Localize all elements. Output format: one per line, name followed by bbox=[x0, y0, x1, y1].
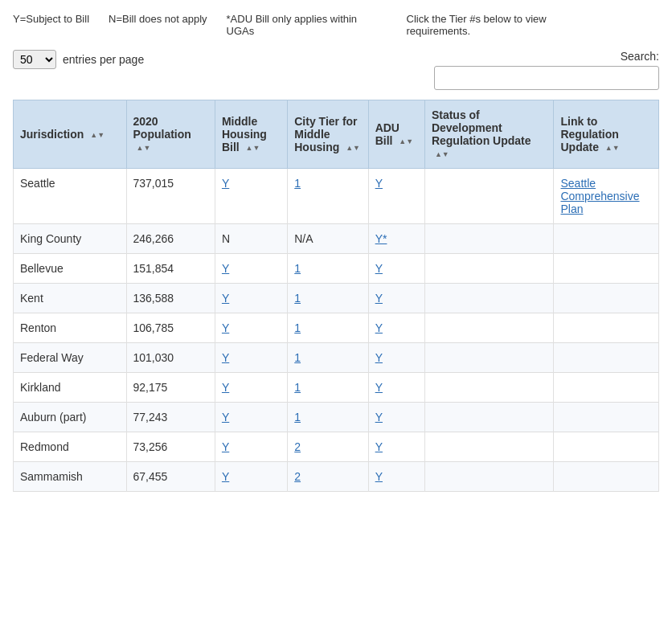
col-header-adu[interactable]: ADU Bill ▲▼ bbox=[368, 100, 424, 169]
link-city-tier[interactable]: 1 bbox=[294, 321, 301, 334]
link-city-tier[interactable]: 1 bbox=[294, 177, 301, 190]
cell-status bbox=[424, 462, 554, 492]
cell-population: 136,588 bbox=[126, 284, 215, 313]
link-adu-bill[interactable]: Y bbox=[375, 411, 383, 424]
link-middle-housing[interactable]: Y bbox=[222, 292, 229, 305]
cell-link bbox=[554, 343, 659, 373]
table-row: Redmond73,256Y2Y bbox=[14, 432, 659, 462]
cell-adu-bill: Y bbox=[368, 462, 424, 492]
cell-population: 67,455 bbox=[126, 462, 215, 492]
cell-city-tier: 1 bbox=[288, 343, 368, 373]
link-adu-bill[interactable]: Y bbox=[375, 440, 383, 453]
cell-middle-housing: Y bbox=[215, 284, 287, 313]
cell-jurisdiction: Redmond bbox=[14, 432, 127, 462]
sort-arrows-status: ▲▼ bbox=[435, 151, 449, 158]
cell-population: 101,030 bbox=[126, 343, 215, 373]
link-middle-housing[interactable]: Y bbox=[222, 351, 229, 364]
col-header-jurisdiction[interactable]: Jurisdiction ▲▼ bbox=[14, 100, 127, 169]
cell-status bbox=[424, 432, 554, 462]
link-middle-housing[interactable]: Y bbox=[222, 381, 229, 394]
search-label: Search: bbox=[621, 50, 659, 63]
table-row: Auburn (part)77,243Y1Y bbox=[14, 403, 659, 432]
link-adu-bill[interactable]: Y bbox=[375, 177, 383, 190]
link-adu-bill[interactable]: Y bbox=[375, 470, 383, 483]
cell-link bbox=[554, 373, 659, 403]
table-header: Jurisdiction ▲▼ 2020 Population ▲▼ Middl… bbox=[14, 100, 659, 169]
cell-jurisdiction: Federal Way bbox=[14, 343, 127, 373]
cell-adu-bill: Y bbox=[368, 169, 424, 224]
cell-link bbox=[554, 224, 659, 254]
link-adu-bill[interactable]: Y bbox=[375, 321, 383, 334]
cell-population: 737,015 bbox=[126, 169, 215, 224]
link-city-tier[interactable]: 1 bbox=[294, 411, 301, 424]
cell-city-tier: 1 bbox=[288, 254, 368, 284]
cell-status bbox=[424, 403, 554, 432]
cell-population: 92,175 bbox=[126, 373, 215, 403]
search-input[interactable] bbox=[434, 66, 659, 90]
link-city-tier[interactable]: 1 bbox=[294, 262, 301, 275]
col-header-link[interactable]: Link to Regulation Update ▲▼ bbox=[554, 100, 659, 169]
cell-jurisdiction: Kent bbox=[14, 284, 127, 313]
cell-city-tier: N/A bbox=[288, 224, 368, 254]
link-adu-bill[interactable]: Y bbox=[375, 351, 383, 364]
sort-arrows-population: ▲▼ bbox=[137, 145, 151, 152]
cell-middle-housing: Y bbox=[215, 169, 287, 224]
link-middle-housing[interactable]: Y bbox=[222, 411, 229, 424]
link-city-tier[interactable]: 1 bbox=[294, 292, 301, 305]
cell-status bbox=[424, 254, 554, 284]
controls-row: 102550100 entries per page Search: bbox=[13, 50, 659, 90]
link-adu-bill[interactable]: Y* bbox=[375, 232, 387, 245]
legend-y-subject: Y=Subject to Bill bbox=[13, 13, 89, 37]
cell-city-tier: 1 bbox=[288, 373, 368, 403]
link-city-tier[interactable]: 2 bbox=[294, 440, 301, 453]
cell-status bbox=[424, 313, 554, 343]
cell-status bbox=[424, 224, 554, 254]
link-middle-housing[interactable]: Y bbox=[222, 262, 229, 275]
cell-middle-housing: Y bbox=[215, 343, 287, 373]
cell-city-tier: 2 bbox=[288, 432, 368, 462]
data-table: Jurisdiction ▲▼ 2020 Population ▲▼ Middl… bbox=[13, 100, 659, 492]
cell-adu-bill: Y bbox=[368, 343, 424, 373]
cell-city-tier: 1 bbox=[288, 169, 368, 224]
link-adu-bill[interactable]: Y bbox=[375, 292, 383, 305]
link-middle-housing[interactable]: Y bbox=[222, 177, 229, 190]
link-middle-housing[interactable]: Y bbox=[222, 321, 229, 334]
cell-city-tier: 1 bbox=[288, 284, 368, 313]
legend-n-not-apply: N=Bill does not apply bbox=[109, 13, 207, 37]
table-row: Kirkland92,175Y1Y bbox=[14, 373, 659, 403]
cell-middle-housing: Y bbox=[215, 254, 287, 284]
cell-link bbox=[554, 254, 659, 284]
link-city-tier[interactable]: 1 bbox=[294, 381, 301, 394]
cell-middle-housing: Y bbox=[215, 403, 287, 432]
cell-adu-bill: Y bbox=[368, 432, 424, 462]
header-row: Jurisdiction ▲▼ 2020 Population ▲▼ Middl… bbox=[14, 100, 659, 169]
cell-link bbox=[554, 462, 659, 492]
col-header-middle-housing[interactable]: Middle Housing Bill ▲▼ bbox=[215, 100, 287, 169]
legend-tier-note: Click the Tier #s below to view requirem… bbox=[407, 13, 568, 37]
table-row: Seattle737,015Y1YSeattle Comprehensive P… bbox=[14, 169, 659, 224]
cell-status bbox=[424, 169, 554, 224]
cell-jurisdiction: Auburn (part) bbox=[14, 403, 127, 432]
sort-arrows-middle-housing: ▲▼ bbox=[246, 145, 260, 152]
cell-adu-bill: Y bbox=[368, 254, 424, 284]
sort-arrows-adu: ▲▼ bbox=[399, 138, 413, 145]
table-row: Sammamish67,455Y2Y bbox=[14, 462, 659, 492]
col-header-city-tier[interactable]: City Tier for Middle Housing ▲▼ bbox=[288, 100, 368, 169]
cell-city-tier: 1 bbox=[288, 313, 368, 343]
cell-link bbox=[554, 403, 659, 432]
col-header-status[interactable]: Status of Development Regulation Update … bbox=[424, 100, 554, 169]
legend-adu-note: *ADU Bill only applies within UGAs bbox=[227, 13, 387, 37]
cell-city-tier: 1 bbox=[288, 403, 368, 432]
link-adu-bill[interactable]: Y bbox=[375, 262, 383, 275]
link-regulation[interactable]: Seattle Comprehensive Plan bbox=[560, 177, 639, 215]
col-header-population[interactable]: 2020 Population ▲▼ bbox=[126, 100, 215, 169]
link-middle-housing[interactable]: Y bbox=[222, 470, 229, 483]
link-city-tier[interactable]: 1 bbox=[294, 351, 301, 364]
link-middle-housing[interactable]: Y bbox=[222, 440, 229, 453]
link-adu-bill[interactable]: Y bbox=[375, 381, 383, 394]
sort-arrows-link: ▲▼ bbox=[605, 145, 620, 152]
link-city-tier[interactable]: 2 bbox=[294, 470, 301, 483]
entries-per-page-select[interactable]: 102550100 bbox=[13, 50, 56, 69]
entries-control: 102550100 entries per page bbox=[13, 50, 144, 69]
cell-jurisdiction: Seattle bbox=[14, 169, 127, 224]
